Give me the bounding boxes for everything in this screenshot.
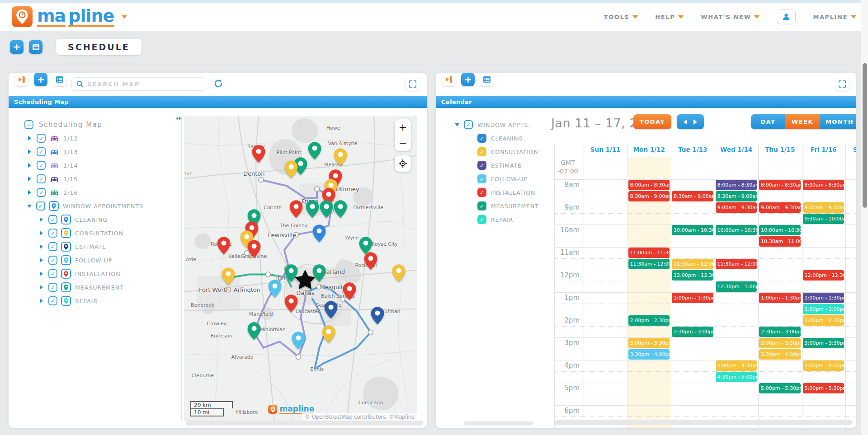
calendar-horizontal-scrollbar[interactable]: [554, 420, 853, 425]
event-installation[interactable]: 5:00pm - 5:30pm: [803, 383, 844, 393]
map-pin-red[interactable]: [252, 145, 265, 164]
tree-item-measurement[interactable]: ✓MEASUREMENT: [9, 281, 180, 294]
legend-item-follow-up[interactable]: ✓FOLLOW-UP: [436, 172, 547, 186]
event-consultation[interactable]: 3:30pm - 4:00pm: [759, 349, 801, 360]
category-checkbox[interactable]: ✓: [48, 269, 57, 278]
expand-caret-icon[interactable]: [40, 299, 43, 303]
event-measurement[interactable]: 9:30am - 10:00am: [803, 214, 844, 224]
tree-item-installation[interactable]: ✓INSTALLATION: [9, 267, 180, 281]
refresh-icon[interactable]: [213, 79, 223, 90]
map-pin-yellow[interactable]: [334, 148, 347, 168]
vehicle-checkbox[interactable]: ✓: [37, 134, 46, 143]
event-measurement[interactable]: 10:00am - 10:30am: [759, 225, 801, 235]
event-consultation[interactable]: 9:00am - 9:30am: [803, 202, 844, 213]
legend-checkbox-consultation[interactable]: ✓: [477, 147, 486, 156]
legend-horizontal-scrollbar[interactable]: [464, 421, 533, 426]
nav-help[interactable]: HELP: [655, 14, 684, 20]
event-repair[interactable]: 4:30pm - 5:00pm: [716, 372, 757, 382]
tree-item-vehicle-1-13[interactable]: ✓1/13: [9, 145, 180, 159]
calendar-list-button[interactable]: [480, 73, 494, 86]
event-measurement[interactable]: 2:30pm - 3:00pm: [759, 327, 801, 337]
event-consultation[interactable]: 2:00pm - 2:30pm: [803, 315, 844, 326]
expand-caret-icon[interactable]: [40, 258, 43, 262]
user-avatar-button[interactable]: [777, 9, 796, 24]
tree-item-consultation[interactable]: ✓CONSULTATION: [9, 226, 180, 240]
expand-caret-icon[interactable]: [40, 231, 43, 235]
route-waypoint[interactable]: [259, 177, 264, 182]
map-horizontal-scrollbar[interactable]: [186, 421, 423, 426]
tree-item-vehicle-1-14[interactable]: ✓1/14: [9, 159, 180, 172]
collapse-caret-icon[interactable]: [27, 205, 32, 208]
calendar-fullscreen-button[interactable]: [835, 77, 849, 91]
event-measurement[interactable]: 12:30pm - 1:00pm: [716, 281, 757, 292]
map-pin-red[interactable]: [364, 252, 377, 271]
expand-caret-icon[interactable]: [40, 244, 43, 249]
expand-caret-icon[interactable]: [28, 177, 31, 181]
event-installation[interactable]: 9:00am - 9:30am: [716, 202, 757, 213]
vehicle-checkbox[interactable]: ✓: [37, 188, 46, 197]
tree-item-vehicle-1-12[interactable]: ✓1/12: [9, 131, 180, 145]
map-pin-yellow[interactable]: [285, 160, 298, 180]
event-consultation[interactable]: 3:00pm - 3:30pm: [628, 338, 670, 348]
collapse-calendar-button[interactable]: [442, 73, 456, 86]
view-button-week[interactable]: WEEK: [785, 114, 820, 129]
event-installation[interactable]: 11:30am - 12:00pm: [716, 259, 757, 269]
event-consultation[interactable]: 4:00pm - 4:30pm: [716, 360, 757, 371]
vehicle-checkbox[interactable]: ✓: [37, 161, 46, 170]
map-pin-navy[interactable]: [371, 307, 384, 326]
legend-item-consultation[interactable]: ✓CONSULTATION: [436, 145, 547, 159]
event-measurement[interactable]: 11:30am - 12:00pm: [628, 259, 670, 269]
scrollbar-thumb[interactable]: [863, 63, 867, 208]
map-fullscreen-button[interactable]: [406, 77, 420, 91]
tree-item-cleaning[interactable]: ✓CLEANING: [9, 213, 180, 226]
category-checkbox[interactable]: ✓: [48, 215, 57, 224]
event-installation[interactable]: 11:00am - 11:30am: [628, 248, 670, 258]
event-measurement[interactable]: 2:30pm - 3:00pm: [672, 327, 713, 337]
event-measurement[interactable]: 3:00pm - 3:30pm: [803, 338, 844, 348]
tree-group-window-appointments[interactable]: ✓WINDOW APPOINTMENTS: [9, 199, 180, 213]
collapse-panel-button[interactable]: [15, 73, 28, 86]
tree-item-vehicle-1-15[interactable]: ✓1/15: [9, 172, 180, 186]
map-pin-green[interactable]: [306, 200, 319, 220]
tree-item-estimate[interactable]: ✓ESTIMATE: [9, 240, 180, 253]
event-installation[interactable]: 8:00am - 8:30am: [759, 180, 801, 190]
route-waypoint[interactable]: [296, 355, 301, 360]
legend-checkbox-measurement[interactable]: ✓: [477, 201, 486, 210]
divider-handle-icon[interactable]: [176, 117, 181, 120]
legend-parent-row[interactable]: ✓WINDOW APPTS.: [436, 118, 547, 131]
map-pin-green[interactable]: [334, 200, 347, 220]
add-schedule-button[interactable]: [10, 40, 24, 54]
legend-checkbox-followup[interactable]: ✓: [477, 174, 486, 183]
legend-item-measurement[interactable]: ✓MEASUREMENT: [436, 199, 547, 213]
mapline-logo[interactable]: mapline: [12, 6, 127, 27]
category-checkbox[interactable]: ✓: [48, 256, 57, 265]
tree-item-follow-up[interactable]: ✓FOLLOW-UP: [9, 253, 180, 267]
locate-button[interactable]: [395, 155, 411, 172]
map-pin-green[interactable]: [308, 142, 321, 161]
depot-star-icon[interactable]: [295, 270, 316, 291]
zoom-in-button[interactable]: +: [395, 119, 411, 135]
expand-caret-icon[interactable]: [28, 190, 31, 195]
map-pin-blue[interactable]: [313, 225, 326, 244]
tree-item-vehicle-1-16[interactable]: ✓1/16: [9, 186, 180, 199]
category-checkbox[interactable]: ✓: [48, 296, 57, 305]
zoom-out-button[interactable]: −: [395, 135, 411, 151]
add-appointment-button[interactable]: [461, 73, 475, 86]
map-pin-navy[interactable]: [325, 301, 338, 320]
map-pin-green[interactable]: [247, 322, 260, 341]
event-measurement[interactable]: 2:00pm - 2:30pm: [628, 315, 670, 326]
event-installation[interactable]: 10:30am - 11:00am: [759, 236, 801, 247]
event-installation[interactable]: 1:00pm - 1:30pm: [672, 293, 713, 303]
tree-root-row[interactable]: −Scheduling Map: [9, 118, 180, 131]
map-pin-red[interactable]: [247, 240, 260, 259]
map-pin-cyan[interactable]: [292, 332, 305, 351]
collapse-caret-icon[interactable]: [455, 123, 459, 126]
map-pin-green[interactable]: [320, 200, 333, 220]
event-measurement[interactable]: 5:00pm - 5:30pm: [759, 383, 801, 393]
route-waypoint[interactable]: [265, 272, 270, 277]
map-pin-red[interactable]: [289, 200, 302, 220]
category-checkbox[interactable]: ✓: [48, 283, 57, 292]
expand-caret-icon[interactable]: [40, 271, 43, 276]
event-installation[interactable]: 8:00am - 8:30am: [628, 180, 670, 190]
expand-caret-icon[interactable]: [40, 285, 43, 290]
